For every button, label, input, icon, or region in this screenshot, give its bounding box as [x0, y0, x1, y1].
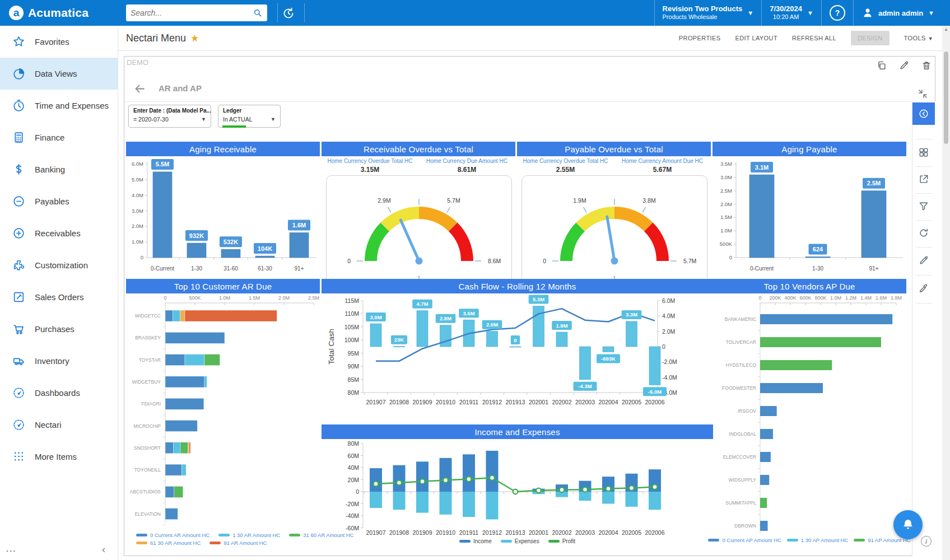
svg-text:0: 0 — [514, 337, 516, 343]
filter-value: In ACTUAL — [223, 116, 253, 123]
sidebar-more-icon[interactable]: ⋯ — [6, 544, 17, 557]
svg-text:80M: 80M — [348, 440, 359, 447]
svg-text:1.6M: 1.6M — [876, 295, 887, 301]
design-button[interactable]: DESIGN — [851, 31, 890, 45]
user-menu[interactable]: admin admin ▼ — [853, 0, 942, 26]
sidebar-item-payables[interactable]: Payables — [0, 185, 118, 217]
metric-value: 5.67M — [614, 166, 711, 174]
aging-receivable-chart[interactable]: 6.0M5.0M4.0M3.0M2.0M1.0M05.5M0-Current93… — [126, 156, 320, 283]
svg-text:201911: 201911 — [459, 529, 478, 536]
aging-payable-chart[interactable]: 3.5M3.0M2.5M2.0M1.5M1.0M500K03.1M0-Curre… — [712, 156, 906, 283]
svg-text:Total Cash: Total Cash — [327, 329, 336, 365]
notifications-fab[interactable] — [893, 510, 923, 539]
eyedropper-icon[interactable] — [912, 277, 935, 300]
sidebar-item-nectari[interactable]: Nectari — [0, 409, 118, 441]
chevron-down-icon: ▼ — [807, 10, 813, 16]
legend-item: 61 30 AR Amount HC — [136, 540, 201, 546]
company-branch: Products Wholesale — [663, 13, 743, 21]
acumatica-logo[interactable]: a Acumatica — [0, 0, 118, 26]
metric-value: 8.61M — [418, 166, 515, 174]
sidebar-item-banking[interactable]: Banking — [0, 153, 118, 185]
global-search[interactable] — [126, 4, 267, 21]
sidebar-collapse-icon[interactable]: ‹ — [102, 543, 105, 556]
properties-button[interactable]: PROPERTIES — [679, 35, 721, 41]
svg-text:201910: 201910 — [436, 529, 455, 536]
svg-text:115M: 115M — [345, 297, 360, 304]
svg-text:1.9M: 1.9M — [556, 323, 567, 329]
export-share-icon[interactable] — [912, 168, 935, 190]
view-title: AR and AP — [159, 83, 202, 93]
svg-text:104K: 104K — [258, 245, 272, 252]
svg-text:932K: 932K — [189, 232, 204, 239]
sidebar-item-label: Sales Orders — [35, 292, 84, 302]
income-expenses-chart[interactable]: 80M60M40M20M0-20M-40M-60M201907201908201… — [322, 439, 713, 538]
svg-text:-20M: -20M — [346, 501, 359, 507]
svg-text:201913: 201913 — [505, 529, 525, 536]
dashboard-tiles-icon[interactable] — [912, 141, 935, 164]
svg-text:61-30: 61-30 — [258, 265, 272, 272]
info-icon[interactable]: i — [921, 536, 932, 547]
collapse-panel-button[interactable] — [912, 102, 935, 125]
svg-text:4.0M: 4.0M — [662, 312, 675, 319]
collapse-icon[interactable] — [918, 88, 928, 99]
delete-trash-icon[interactable] — [921, 60, 932, 71]
svg-text:-40M: -40M — [346, 512, 359, 519]
refresh-all-button[interactable]: REFRESH ALL — [792, 35, 836, 41]
filter-enter-date[interactable]: Enter Date : (Data Model Pa... = 2020-07… — [128, 105, 211, 128]
chart-title-top-customers: Top 10 Customer AR Due — [126, 279, 320, 293]
svg-text:201912: 201912 — [482, 529, 502, 536]
top-customers-chart[interactable]: 0500K1.0M1.5M2.0M2.5MWIDGETCCBRASSKEYTOY… — [126, 293, 320, 531]
sidebar-item-time-and-expenses[interactable]: Time and Expenses — [0, 90, 118, 122]
sidebar-item-favorites[interactable]: Favorites — [0, 26, 118, 58]
sidebar-item-inventory[interactable]: Inventory — [0, 345, 118, 377]
acumatica-logo-text: Acumatica — [28, 6, 89, 20]
company-selector[interactable]: Revision Two Products Products Wholesale… — [654, 0, 762, 26]
svg-text:4.0M: 4.0M — [132, 192, 143, 198]
user-icon — [861, 7, 874, 19]
sidebar-item-more-items[interactable]: More Items — [0, 441, 118, 473]
scrollbar-thumb[interactable] — [944, 52, 948, 144]
topbar-divider — [277, 3, 278, 22]
search-icon[interactable] — [253, 8, 263, 18]
annotate-pencil-icon[interactable] — [912, 249, 935, 272]
favorite-star-icon[interactable]: ★ — [190, 32, 199, 44]
copy-icon[interactable] — [876, 60, 887, 71]
sidebar-item-dashboards[interactable]: Dashboards — [0, 377, 118, 409]
sidebar-item-sales-orders[interactable]: Sales Orders — [0, 281, 118, 313]
back-arrow-icon[interactable] — [133, 82, 146, 95]
payable-gauge-chart[interactable]: 01.9M3.8M5.7M1 — [522, 176, 707, 283]
help-button[interactable]: ? — [821, 0, 853, 26]
edit-layout-button[interactable]: EDIT LAYOUT — [735, 35, 778, 41]
sidebar-item-label: Data Views — [35, 69, 77, 78]
svg-text:600K: 600K — [799, 295, 811, 301]
svg-text:1.5M: 1.5M — [720, 214, 732, 220]
sidebar-item-finance[interactable]: Finance — [0, 122, 118, 153]
top-vendors-legend: 0 Current AP Amount HC1 30 AP Amount HC9… — [712, 537, 906, 543]
svg-text:500K: 500K — [189, 295, 201, 301]
date-selector[interactable]: 7/30/2024 10:20 AM ▼ — [761, 0, 821, 26]
receivable-gauge-chart[interactable]: 02.9M5.7M8.6M1 — [327, 176, 511, 283]
company-name: Revision Two Products — [663, 5, 743, 13]
sidebar-item-data-views[interactable]: Data Views — [0, 58, 118, 90]
star-icon — [12, 35, 26, 49]
business-date-icon[interactable] — [282, 6, 295, 20]
tools-button[interactable]: TOOLS▼ — [904, 35, 933, 41]
filter-ledger[interactable]: Ledger In ACTUAL▼ — [218, 105, 281, 128]
svg-text:-693K: -693K — [601, 356, 616, 362]
page-scrollbar[interactable]: ▲ — [942, 26, 950, 560]
top-vendors-chart[interactable]: 0200K400K600K800K1.0M1.2M1.4M1.6M1.8MBAN… — [712, 293, 906, 534]
search-input[interactable] — [126, 8, 253, 17]
sidebar-item-purchases[interactable]: Purchases — [0, 313, 118, 345]
edit-pencil-icon[interactable] — [898, 60, 910, 71]
svg-text:1.0M: 1.0M — [830, 295, 841, 301]
sidebar-item-receivables[interactable]: Receivables — [0, 217, 118, 249]
user-name: admin admin — [878, 9, 923, 17]
filter-funnel-icon[interactable] — [912, 195, 935, 217]
legend-swatch — [218, 534, 230, 536]
legend-swatch — [459, 540, 471, 543]
scroll-up-arrow-icon[interactable]: ▲ — [942, 27, 950, 32]
sidebar-item-customization[interactable]: Customization — [0, 249, 118, 281]
refresh-icon[interactable] — [912, 222, 935, 244]
cash-flow-chart[interactable]: 115M110M105M100M95M90M85M80M6.0M4.0M2.0M… — [322, 293, 713, 423]
svg-text:MICROCHIP: MICROCHIP — [133, 423, 161, 429]
